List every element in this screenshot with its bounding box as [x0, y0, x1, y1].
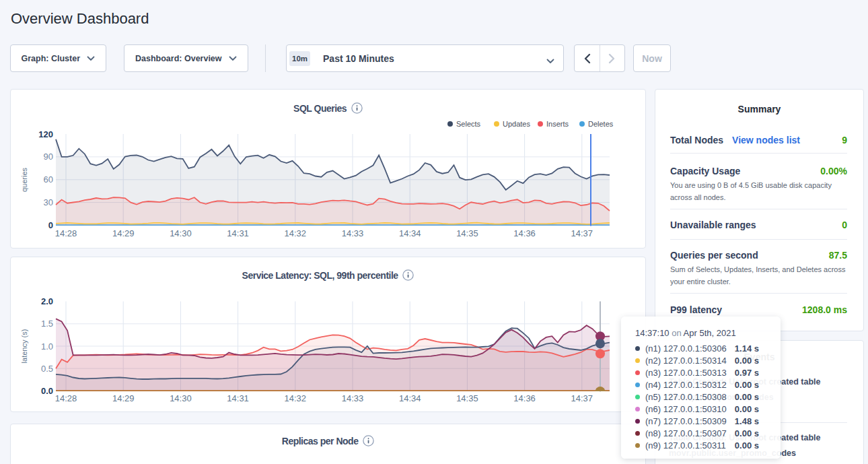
svg-text:14:29: 14:29: [112, 228, 135, 238]
svg-text:14:31: 14:31: [227, 393, 249, 403]
svg-text:1.0: 1.0: [41, 341, 53, 352]
svg-text:14:37: 14:37: [571, 228, 593, 238]
svg-text:120: 120: [38, 129, 53, 139]
svg-text:14:33: 14:33: [342, 393, 364, 403]
svg-text:14:32: 14:32: [285, 228, 307, 238]
svg-text:2.0: 2.0: [41, 296, 53, 306]
svg-text:30: 30: [44, 197, 53, 207]
svg-text:60: 60: [44, 174, 53, 185]
svg-text:14:32: 14:32: [285, 393, 307, 403]
svg-text:14:33: 14:33: [342, 228, 364, 238]
svg-text:14:30: 14:30: [170, 228, 192, 238]
svg-text:14:28: 14:28: [55, 393, 77, 403]
svg-text:14:34: 14:34: [399, 228, 421, 238]
svg-text:14:28: 14:28: [55, 228, 77, 238]
svg-text:1.5: 1.5: [41, 319, 53, 329]
svg-text:0: 0: [48, 220, 53, 230]
svg-text:14:34: 14:34: [399, 393, 421, 403]
svg-text:0.5: 0.5: [41, 364, 53, 374]
svg-text:14:30: 14:30: [170, 393, 192, 403]
svg-text:14:31: 14:31: [227, 228, 249, 238]
svg-text:14:36: 14:36: [513, 393, 536, 403]
svg-text:queries: queries: [20, 167, 28, 192]
svg-text:14:36: 14:36: [513, 228, 536, 238]
svg-text:0.0: 0.0: [41, 386, 53, 396]
svg-text:14:35: 14:35: [456, 393, 478, 403]
svg-text:14:35: 14:35: [456, 228, 478, 238]
svg-text:latency (s): latency (s): [20, 329, 28, 364]
svg-text:14:29: 14:29: [112, 393, 135, 403]
svg-text:14:37: 14:37: [571, 393, 593, 403]
svg-text:90: 90: [44, 152, 53, 162]
